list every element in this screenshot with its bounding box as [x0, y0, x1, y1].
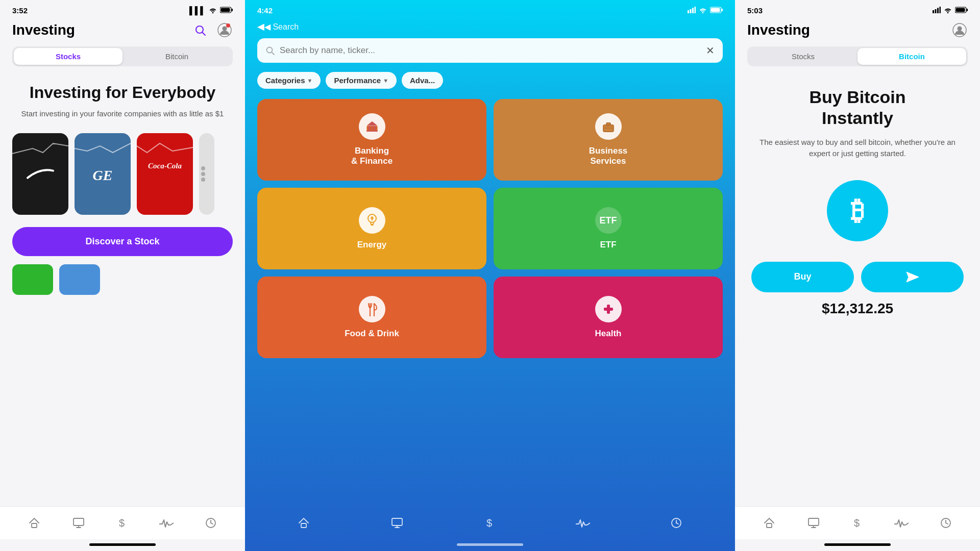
profile-button-3[interactable]	[951, 22, 968, 38]
nav-activity-3[interactable]	[891, 513, 912, 533]
stock-card-nike[interactable]	[12, 133, 68, 215]
svg-rect-32	[369, 126, 370, 130]
screen1-phone: 3:52 ▌▌▌ Investing Stocks Bitcoin In	[0, 0, 245, 551]
time-3: 5:03	[747, 6, 763, 15]
nav-dollar-1[interactable]: $	[112, 513, 133, 533]
svg-rect-8	[32, 523, 37, 528]
bitcoin-subtitle: The easiest way to buy and sell bitcoin,…	[751, 137, 964, 160]
filter-advanced[interactable]: Adva...	[402, 72, 443, 89]
tab-stocks-1[interactable]: Stocks	[14, 48, 122, 65]
bitcoin-actions: Buy	[735, 262, 980, 292]
nav-icons-3	[951, 22, 968, 38]
send-button[interactable]	[861, 262, 964, 292]
time-2: 4:42	[257, 6, 273, 15]
hero-title-1: Investing for Everybody	[12, 83, 233, 102]
profile-button-1[interactable]	[216, 22, 233, 38]
bitcoin-circle: ₿	[827, 180, 888, 241]
category-food[interactable]: Food & Drink	[257, 277, 486, 358]
svg-point-23	[267, 47, 273, 53]
svg-rect-63	[940, 7, 941, 13]
back-arrow-2[interactable]: ◀	[257, 21, 264, 32]
stock-card-ge[interactable]: GE	[75, 133, 131, 215]
bottom-nav-1: $	[0, 506, 245, 539]
time-1: 3:52	[12, 6, 28, 15]
nav-title-3: Investing	[747, 22, 810, 38]
food-name: Food & Drink	[345, 329, 399, 339]
briefcase-icon-2	[602, 120, 615, 133]
home-indicator-3	[824, 543, 891, 546]
svg-line-4	[203, 33, 206, 36]
svg-rect-16	[688, 10, 689, 13]
search-icon-2	[265, 46, 275, 55]
etf-label: ETF	[600, 215, 617, 226]
svg-rect-52	[301, 523, 306, 528]
etf-name: ETF	[600, 240, 616, 250]
category-business[interactable]: BusinessServices	[494, 99, 723, 181]
business-name: BusinessServices	[589, 146, 628, 166]
nav-dollar-3[interactable]: $	[847, 513, 868, 533]
status-icons-2	[688, 6, 723, 15]
svg-line-24	[272, 53, 275, 55]
svg-rect-19	[695, 7, 696, 13]
signal-icon-2	[688, 6, 696, 15]
nav-tv-1[interactable]	[68, 513, 89, 533]
nav-clock-1[interactable]	[201, 513, 221, 533]
bulb-icon	[366, 213, 378, 228]
food-icon-circle	[359, 296, 385, 322]
search-input-2[interactable]	[280, 45, 701, 56]
svg-rect-33	[371, 126, 373, 130]
nav-home-1[interactable]	[24, 513, 44, 533]
back-nav-2: ◀ ◀ Search	[245, 18, 735, 34]
svg-rect-9	[74, 518, 84, 525]
search-button-1[interactable]	[192, 22, 208, 38]
nav-home-2[interactable]	[293, 513, 314, 533]
nav-activity-2[interactable]	[573, 513, 593, 533]
tabs-1: Stocks Bitcoin	[12, 46, 233, 66]
search-bar-2[interactable]: ✕	[257, 38, 723, 63]
category-banking[interactable]: Banking& Finance	[257, 99, 486, 181]
tab-bitcoin-1[interactable]: Bitcoin	[122, 48, 231, 65]
category-etf[interactable]: ETF ETF	[494, 188, 723, 269]
svg-rect-66	[956, 8, 965, 12]
nav-home-3[interactable]	[759, 513, 779, 533]
svg-rect-42	[606, 123, 610, 126]
svg-rect-21	[722, 9, 723, 11]
svg-rect-2	[221, 8, 230, 12]
filter-categories[interactable]: Categories ▼	[257, 72, 321, 89]
home-indicator-1	[89, 543, 156, 546]
hero-1: Investing for Everybody Start investing …	[0, 70, 245, 125]
bottom-nav-3: $	[735, 506, 980, 539]
svg-line-15	[211, 523, 213, 524]
search-close-2[interactable]: ✕	[706, 44, 715, 57]
coke-chart	[137, 133, 193, 159]
nike-chart	[12, 133, 68, 159]
discover-stock-button[interactable]: Discover a Stock	[12, 227, 233, 256]
business-icon-circle	[595, 113, 622, 140]
category-energy[interactable]: Energy	[257, 188, 486, 269]
mini-card-blue	[59, 264, 100, 295]
nav-tv-3[interactable]	[803, 513, 824, 533]
status-bar-3: 5:03	[735, 0, 980, 18]
stock-card-coke[interactable]: Coca-Cola	[137, 133, 193, 215]
tab-stocks-3[interactable]: Stocks	[749, 48, 857, 65]
nav-tv-2[interactable]	[387, 513, 407, 533]
categories-chevron: ▼	[307, 78, 313, 84]
screen2-phone: 4:42 ◀ ◀ Search ✕ Categories ▼ Perfo	[245, 0, 735, 551]
nav-clock-3[interactable]	[936, 513, 956, 533]
energy-icon-circle	[359, 207, 385, 234]
battery-icon-1	[220, 6, 233, 15]
status-icons-1: ▌▌▌	[189, 6, 233, 15]
nav-dollar-2[interactable]: $	[480, 513, 500, 533]
category-health[interactable]: Health	[494, 277, 723, 358]
signal-icon-1: ▌▌▌	[189, 6, 206, 15]
svg-rect-61	[935, 9, 937, 13]
svg-rect-70	[767, 523, 772, 528]
filter-performance[interactable]: Performance ▼	[326, 72, 397, 89]
nav-activity-1[interactable]	[156, 513, 177, 533]
spacer-3	[735, 325, 980, 506]
nav-clock-2[interactable]	[666, 513, 687, 533]
tab-bitcoin-3[interactable]: Bitcoin	[857, 48, 966, 65]
nav-bar-1: Investing	[0, 18, 245, 42]
buy-button[interactable]: Buy	[751, 262, 854, 292]
tabs-3: Stocks Bitcoin	[747, 46, 968, 66]
